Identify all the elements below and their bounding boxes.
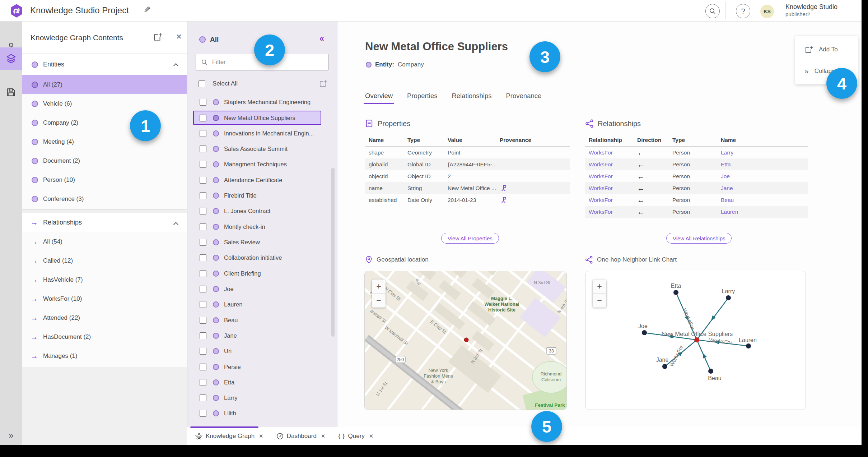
entities-section-header[interactable]: Entities (22, 54, 187, 75)
item-checkbox[interactable] (200, 223, 206, 230)
list-item[interactable]: Staplers Mechanical Engineering (187, 94, 337, 110)
entity-filter-person[interactable]: Person (10) (22, 170, 187, 189)
list-item[interactable]: Firebird Title (187, 188, 337, 203)
tab-relationships[interactable]: Relationships (452, 92, 491, 104)
relationship-link[interactable]: WorksFor (589, 197, 637, 203)
save-tool-button[interactable] (0, 81, 22, 103)
item-checkbox[interactable] (200, 177, 206, 184)
item-checkbox[interactable] (200, 208, 206, 214)
list-item[interactable]: Persie (187, 359, 337, 375)
chevron-up-icon[interactable] (173, 63, 178, 68)
add-to-button[interactable]: Add To (795, 42, 858, 57)
tab-provenance[interactable]: Provenance (506, 92, 542, 104)
view-all-relationships-button[interactable]: View All Relationships (666, 233, 732, 244)
relationship-link[interactable]: WorksFor (589, 161, 637, 168)
list-item[interactable]: Beau (187, 313, 337, 328)
item-checkbox[interactable] (200, 317, 206, 324)
entity-filter-all[interactable]: All (27) (22, 75, 187, 94)
zoom-in-button[interactable]: + (593, 280, 606, 294)
item-checkbox[interactable] (200, 115, 206, 121)
expand-rail-button[interactable]: » (0, 430, 22, 440)
user-avatar[interactable]: KS (760, 5, 774, 18)
close-tab-icon[interactable]: ✕ (369, 433, 374, 439)
entity-filter-vehicle[interactable]: Vehicle (6) (22, 94, 187, 113)
list-item[interactable]: Jane (187, 328, 337, 343)
provenance-flag-icon[interactable] (500, 196, 570, 204)
tab-knowledge-graph[interactable]: Knowledge Graph ✕ (195, 433, 263, 440)
entity-link[interactable]: Jane (721, 185, 808, 191)
tab-properties[interactable]: Properties (407, 92, 437, 104)
item-checkbox[interactable] (200, 239, 206, 246)
item-checkbox[interactable] (200, 394, 206, 401)
entity-link[interactable]: Etta (721, 161, 808, 168)
list-item[interactable]: Etta (187, 375, 337, 390)
entity-filter-company[interactable]: Company (2) (22, 113, 187, 132)
list-item-selected[interactable]: New Metal Office Suppliers (193, 111, 321, 125)
select-all-row[interactable]: Select All (187, 77, 337, 91)
link-chart-widget[interactable]: WorksFor WorksFor WorksFor Etta Larry Jo… (585, 271, 806, 410)
item-checkbox[interactable] (200, 161, 206, 168)
entity-link[interactable]: Joe (721, 173, 808, 180)
rel-filter-all[interactable]: → All (54) (22, 232, 187, 251)
relationship-link[interactable]: WorksFor (589, 185, 637, 191)
rel-filter-manages[interactable]: → Manages (1) (22, 346, 187, 365)
zoom-in-button[interactable]: + (372, 280, 386, 294)
list-item[interactable]: Attendance Certificate (187, 172, 337, 188)
item-checkbox[interactable] (200, 379, 206, 386)
rel-filter-hasdocument[interactable]: → HasDocument (2) (22, 327, 187, 346)
graph-node-joe[interactable] (642, 330, 647, 335)
relationship-link[interactable]: WorksFor (589, 149, 637, 156)
tab-dashboard[interactable]: Dashboard ✕ (276, 433, 326, 440)
item-checkbox[interactable] (200, 270, 206, 277)
item-checkbox[interactable] (200, 130, 206, 137)
relationships-section-header[interactable]: → Relationships (22, 213, 187, 232)
list-item[interactable]: Innovations in Mechanical Engin... (187, 126, 337, 141)
list-item[interactable]: Client Briefing (187, 266, 337, 281)
rel-filter-attended[interactable]: → Attended (22) (22, 308, 187, 327)
rel-filter-hasvehicle[interactable]: → HasVehicle (7) (22, 270, 187, 289)
zoom-out-button[interactable]: − (372, 294, 386, 308)
relationship-link[interactable]: WorksFor (589, 173, 637, 180)
item-checkbox[interactable] (200, 99, 206, 106)
item-checkbox[interactable] (200, 286, 206, 292)
entity-filter-document[interactable]: Document (2) (22, 151, 187, 170)
relationship-link[interactable]: WorksFor (589, 209, 637, 215)
item-checkbox[interactable] (200, 364, 206, 370)
graph-node-larry[interactable] (726, 295, 731, 300)
map-widget[interactable]: 250 33 k Rd W Clay St Sal N 3rd St N 4th… (364, 271, 567, 410)
add-to-map-icon[interactable] (319, 79, 327, 88)
list-item[interactable]: Larry (187, 390, 337, 406)
entity-link[interactable]: Lauren (721, 209, 808, 215)
rel-filter-worksfor[interactable]: → WorksFor (10) (22, 289, 187, 308)
close-panel-icon[interactable]: ✕ (176, 32, 182, 41)
entity-link[interactable]: Larry (721, 149, 808, 156)
list-scrollbar[interactable] (331, 168, 335, 337)
collapse-panel-icon[interactable]: « (319, 34, 324, 43)
provenance-flag-icon[interactable] (500, 184, 570, 192)
graph-node-etta[interactable] (673, 290, 678, 295)
graph-node-center[interactable] (694, 337, 699, 342)
view-all-properties-button[interactable]: View All Properties (441, 233, 499, 244)
entity-filter-conference[interactable]: Conference (3) (22, 189, 187, 208)
edit-title-icon[interactable]: ✎ (144, 5, 150, 15)
chevron-up-icon[interactable] (173, 222, 178, 227)
tab-query[interactable]: { } Query ✕ (338, 433, 373, 440)
item-checkbox[interactable] (200, 192, 206, 199)
zoom-out-button[interactable]: − (593, 294, 606, 308)
list-item[interactable]: Sales Associate Summit (187, 141, 337, 157)
item-checkbox[interactable] (200, 146, 206, 152)
entity-filter-meeting[interactable]: Meeting (4) (22, 132, 187, 151)
select-all-checkbox[interactable] (199, 80, 205, 87)
graph-node-beau[interactable] (708, 369, 713, 374)
tab-overview[interactable]: Overview (365, 92, 393, 104)
add-to-new-icon[interactable] (153, 32, 162, 42)
item-checkbox[interactable] (200, 348, 206, 355)
item-checkbox[interactable] (200, 410, 206, 417)
list-item[interactable]: Montly check-in (187, 219, 337, 235)
list-item[interactable]: Lauren (187, 297, 337, 312)
graph-node-jane[interactable] (662, 364, 667, 369)
list-item[interactable]: Managment Techniques (187, 157, 337, 172)
list-item[interactable]: Lilith (187, 406, 337, 421)
entity-link[interactable]: Beau (721, 197, 808, 203)
item-checkbox[interactable] (200, 332, 206, 339)
